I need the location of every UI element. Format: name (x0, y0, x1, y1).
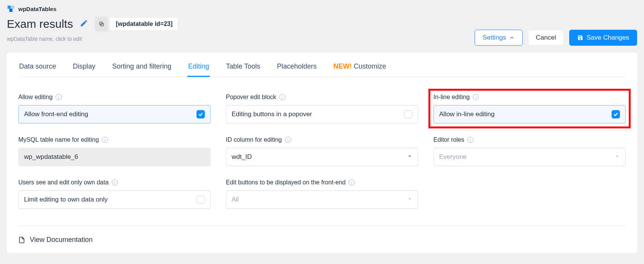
save-icon (577, 35, 583, 41)
name-hint: wpDataTable name, click to edit (7, 36, 178, 42)
info-icon[interactable]: i (112, 179, 118, 186)
chevron-down-icon (407, 153, 412, 161)
toggle-popover-edit[interactable]: Editing buttons in a popover (226, 105, 418, 123)
tab-data-source[interactable]: Data source (18, 59, 57, 77)
toggle-own-data[interactable]: Limit editing to own data only (18, 190, 211, 209)
toggle-popover-edit-value: Editing buttons in a popover (232, 110, 312, 118)
save-button-label: Save Changes (586, 34, 629, 42)
input-mysql-table-value: wp_wpdatatable_6 (24, 153, 78, 161)
info-icon[interactable]: i (349, 179, 355, 186)
field-editor-roles: Editor roles i Everyone (433, 136, 626, 166)
field-mysql-table: MySQL table name for editing i wp_wpdata… (18, 136, 211, 166)
label-own-data: Users see and edit only own data (18, 179, 109, 186)
input-mysql-table: wp_wpdatatable_6 (18, 148, 211, 166)
checkbox-icon (404, 110, 412, 118)
checkbox-icon (196, 195, 205, 204)
select-editor-roles[interactable]: Everyone (433, 148, 626, 166)
select-editor-roles-placeholder: Everyone (439, 153, 467, 161)
field-own-data: Users see and edit only own data i Limit… (18, 179, 211, 209)
select-id-column[interactable]: wdt_ID (226, 148, 418, 166)
label-mysql-table: MySQL table name for editing (18, 136, 99, 143)
tab-placeholders[interactable]: Placeholders (276, 59, 317, 77)
tabs: Data source Display Sorting and filterin… (18, 53, 626, 77)
info-icon[interactable]: i (102, 137, 108, 143)
copy-shortcode-button[interactable] (95, 17, 108, 31)
save-changes-button[interactable]: Save Changes (569, 30, 637, 46)
new-tag: NEW! (333, 62, 352, 70)
tab-sorting-filtering[interactable]: Sorting and filtering (111, 59, 172, 77)
tab-customize-label: Customize (354, 62, 386, 70)
info-icon[interactable]: i (467, 137, 473, 143)
toggle-inline-editing[interactable]: Allow in-line editing (433, 105, 626, 123)
field-allow-editing: Allow editing i Allow front-end editing (18, 94, 211, 123)
document-icon (18, 237, 25, 243)
info-icon[interactable]: i (285, 137, 291, 143)
chevron-up-icon (509, 35, 515, 40)
svg-rect-1 (11, 6, 14, 9)
svg-rect-0 (8, 6, 11, 9)
tab-table-tools[interactable]: Table Tools (225, 59, 261, 77)
tab-customize[interactable]: NEW! Customize (333, 59, 387, 77)
label-editor-roles: Editor roles (433, 136, 464, 143)
page-title[interactable]: Exam results (7, 18, 73, 30)
chevron-down-icon (407, 196, 412, 203)
label-allow-editing: Allow editing (18, 94, 53, 101)
checkbox-icon (612, 110, 620, 118)
checkbox-icon (196, 110, 205, 118)
brand-logo-icon (7, 5, 15, 13)
chevron-down-icon (615, 153, 620, 161)
toggle-allow-editing-value: Allow front-end editing (24, 110, 88, 118)
svg-rect-2 (9, 9, 12, 12)
toggle-own-data-value: Limit editing to own data only (24, 196, 108, 203)
info-icon[interactable]: i (473, 94, 479, 100)
field-id-column: ID column for editing i wdt_ID (226, 136, 418, 166)
view-documentation-label: View Documentation (30, 236, 93, 244)
select-edit-buttons-value: All (232, 196, 239, 203)
settings-button-label: Settings (483, 34, 506, 42)
view-documentation-link[interactable]: View Documentation (18, 226, 626, 244)
settings-panel: Data source Display Sorting and filterin… (7, 53, 637, 253)
select-id-column-value: wdt_ID (232, 153, 252, 161)
label-popover-edit: Popover edit block (226, 94, 276, 101)
label-id-column: ID column for editing (226, 136, 282, 143)
shortcode-text: [wpdatatable id=23] (110, 17, 178, 31)
toggle-inline-editing-value: Allow in-line editing (439, 110, 495, 118)
field-edit-buttons: Edit buttons to be displayed on the fron… (226, 179, 418, 209)
info-icon[interactable]: i (279, 94, 285, 100)
label-edit-buttons: Edit buttons to be displayed on the fron… (226, 179, 346, 186)
toggle-allow-editing[interactable]: Allow front-end editing (18, 105, 211, 123)
select-edit-buttons[interactable]: All (226, 190, 418, 209)
tab-editing[interactable]: Editing (187, 59, 210, 77)
settings-button[interactable]: Settings (475, 30, 522, 46)
brand-name: wpDataTables (18, 6, 56, 12)
pencil-icon[interactable] (80, 19, 88, 29)
cancel-button-label: Cancel (536, 34, 556, 42)
info-icon[interactable]: i (56, 94, 62, 100)
label-inline-editing: In-line editing (433, 94, 470, 101)
field-inline-editing: In-line editing i Allow in-line editing (431, 91, 628, 126)
field-popover-edit: Popover edit block i Editing buttons in … (226, 94, 418, 123)
cancel-button[interactable]: Cancel (528, 30, 564, 46)
tab-display[interactable]: Display (72, 59, 96, 77)
